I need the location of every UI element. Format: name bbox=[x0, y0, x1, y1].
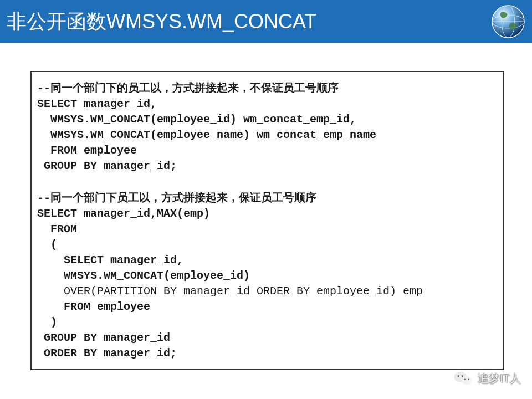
code-line: GROUP BY manager_id bbox=[37, 330, 493, 346]
code-line: SELECT manager_id, bbox=[37, 253, 493, 268]
code-line: WMSYS.WM_CONCAT(employee_id) bbox=[37, 268, 493, 284]
code-line: FROM employee bbox=[37, 143, 493, 158]
code-line: SELECT manager_id, bbox=[37, 96, 493, 112]
code-line: ) bbox=[37, 315, 493, 330]
code-block: --同一个部门下的员工以，方式拼接起来，不保证员工号顺序 SELECT mana… bbox=[30, 71, 504, 370]
svg-point-7 bbox=[462, 375, 463, 377]
code-comment-2: --同一个部门下员工以，方式拼接起来，保证员工号顺序 bbox=[37, 190, 493, 206]
code-line: WMSYS.WM_CONCAT(employee_name) wm_concat… bbox=[37, 127, 493, 143]
code-line: ( bbox=[37, 237, 493, 253]
svg-point-9 bbox=[468, 378, 470, 380]
code-line: FROM employee bbox=[37, 299, 493, 315]
code-line: SELECT manager_id,MAX(emp) bbox=[37, 206, 493, 222]
slide-header: 非公开函数WMSYS.WM_CONCAT bbox=[0, 0, 532, 43]
svg-point-5 bbox=[462, 376, 472, 385]
wechat-icon bbox=[453, 370, 473, 387]
code-line: OVER(PARTITION BY manager_id ORDER BY em… bbox=[37, 284, 493, 299]
code-line: FROM bbox=[37, 222, 493, 237]
slide-title: 非公开函数WMSYS.WM_CONCAT bbox=[7, 8, 316, 35]
svg-point-6 bbox=[458, 375, 459, 377]
svg-point-8 bbox=[464, 378, 466, 380]
watermark-text: 追梦IT人 bbox=[478, 371, 521, 386]
code-line: ORDER BY manager_id; bbox=[37, 346, 493, 361]
code-comment-1: --同一个部门下的员工以，方式拼接起来，不保证员工号顺序 bbox=[37, 80, 493, 96]
globe-icon bbox=[490, 3, 526, 40]
watermark: 追梦IT人 bbox=[453, 370, 521, 387]
blank-line bbox=[37, 174, 493, 190]
code-line: WMSYS.WM_CONCAT(employee_id) wm_concat_e… bbox=[37, 112, 493, 127]
code-line: GROUP BY manager_id; bbox=[37, 158, 493, 174]
